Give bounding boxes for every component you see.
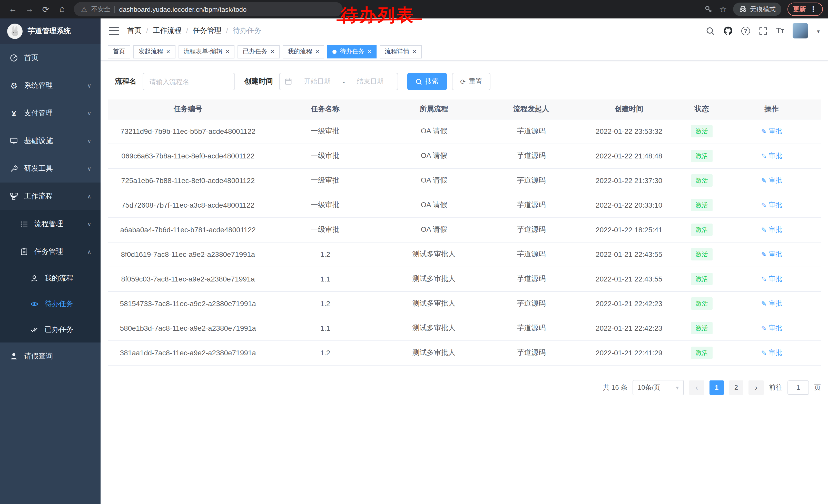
table-row: 73211d9d-7b9b-11ec-b5b7-acde48001122 一级审… (108, 119, 821, 144)
table-row: 725a1eb6-7b88-11ec-8ef0-acde48001122 一级审… (108, 168, 821, 193)
breadcrumb: 首页 工作流程 任务管理 待办任务 (127, 26, 261, 35)
approve-link[interactable]: 审批 (761, 250, 782, 259)
approve-link-label: 审批 (769, 299, 782, 308)
sidebar-item-label: 工作流程 (24, 192, 53, 201)
goto-page-input[interactable] (787, 380, 809, 395)
browser-back-icon[interactable] (5, 2, 20, 16)
close-icon[interactable] (225, 48, 229, 55)
tab-home[interactable]: 首页 (108, 45, 130, 58)
chevron-down-icon (87, 82, 91, 89)
avatar-caret-icon[interactable] (817, 26, 820, 35)
browser-update-button[interactable]: 更新 (787, 3, 823, 16)
approve-link[interactable]: 审批 (761, 200, 782, 210)
tab-todo-task[interactable]: 待办任务 (328, 45, 377, 58)
sidebar-logo[interactable]: 芋道管理系统 (0, 18, 100, 44)
browser-menu-icon[interactable] (810, 5, 817, 14)
search-icon[interactable] (706, 27, 714, 35)
approve-link[interactable]: 审批 (761, 176, 782, 185)
close-icon[interactable] (271, 48, 274, 55)
sidebar-item-system[interactable]: 系统管理 (0, 72, 100, 99)
browser-forward-icon[interactable] (22, 2, 37, 16)
browser-reload-icon[interactable] (38, 2, 53, 16)
bookmark-star-icon[interactable] (719, 4, 727, 15)
create-time-cell: 2022-01-21 22:42:23 (595, 324, 662, 332)
reset-button[interactable]: 重置 (452, 73, 490, 90)
breadcrumb-workflow[interactable]: 工作流程 (153, 26, 181, 35)
edit-icon (761, 201, 767, 209)
font-size-icon[interactable] (776, 26, 784, 35)
close-icon[interactable] (316, 48, 319, 55)
sidebar-item-workflow[interactable]: 工作流程 (0, 183, 100, 210)
create-time-cell: 2022-01-22 21:37:30 (595, 176, 662, 185)
close-icon[interactable] (368, 48, 371, 55)
close-icon[interactable] (412, 48, 416, 55)
sidebar-item-infrastructure[interactable]: 基础设施 (0, 127, 100, 155)
close-icon[interactable] (166, 48, 170, 55)
table-row: 8f059c03-7ac8-11ec-a9e2-a2380e71991a 1.1… (108, 267, 821, 291)
tab-done-task[interactable]: 已办任务 (238, 45, 279, 58)
sidebar-item-done-task[interactable]: 已办任务 (0, 317, 100, 342)
browser-home-icon[interactable] (54, 2, 70, 16)
sidebar-item-todo-task[interactable]: 待办任务 (0, 291, 100, 317)
sidebar-toggle-icon[interactable] (109, 27, 119, 35)
process-name-input[interactable] (142, 73, 235, 90)
next-icon (755, 383, 757, 392)
task-name-cell: 1.1 (320, 324, 330, 332)
tab-my-process[interactable]: 我的流程 (283, 45, 325, 58)
approve-link[interactable]: 审批 (761, 274, 782, 283)
sidebar-item-devtools[interactable]: 研发工具 (0, 155, 100, 183)
approve-link[interactable]: 审批 (761, 225, 782, 234)
table-body: 73211d9d-7b9b-11ec-b5b7-acde48001122 一级审… (108, 119, 821, 365)
clipboard-icon (19, 248, 29, 256)
create-time-range-picker[interactable]: 开始日期 - 结束日期 (279, 73, 398, 90)
page-number-1[interactable]: 1 (709, 380, 724, 395)
breadcrumb-home[interactable]: 首页 (127, 26, 141, 35)
pagination-total: 共 16 条 (603, 383, 627, 392)
search-button[interactable]: 搜索 (407, 73, 447, 90)
sidebar-item-payment[interactable]: 支付管理 (0, 99, 100, 127)
process-cell: 测试多审批人 (412, 324, 456, 332)
approve-link[interactable]: 审批 (761, 151, 782, 161)
task-name-cell: 一级审批 (311, 176, 340, 184)
approve-link[interactable]: 审批 (761, 127, 782, 136)
task-id-cell: 75d72608-7b7f-11ec-a3c8-acde48001122 (121, 201, 254, 209)
sidebar-item-task-management[interactable]: 任务管理 (0, 238, 100, 266)
annotation-text: 待办列表 (341, 5, 415, 25)
address-bar[interactable]: 不安全 dashboard.yudao.iocoder.cn/bpm/task/… (74, 2, 343, 16)
process-cell: 测试多审批人 (412, 299, 456, 307)
avatar[interactable] (793, 23, 808, 39)
sidebar-item-my-process[interactable]: 我的流程 (0, 266, 100, 291)
page-size-select[interactable]: 10条/页 (632, 380, 684, 395)
approve-link[interactable]: 审批 (761, 299, 782, 308)
create-time-cell: 2022-01-22 21:48:48 (595, 152, 662, 160)
incognito-badge[interactable]: 无痕模式 (733, 3, 781, 16)
github-icon[interactable] (723, 26, 732, 35)
prev-page-button[interactable] (689, 380, 704, 395)
tab-start-process[interactable]: 发起流程 (133, 45, 175, 58)
status-badge: 激活 (691, 347, 713, 359)
sidebar-item-label: 首页 (24, 53, 38, 62)
approve-link[interactable]: 审批 (761, 348, 782, 357)
task-name-cell: 1.2 (320, 349, 330, 357)
tab-process-form-edit[interactable]: 流程表单-编辑 (178, 45, 235, 58)
sidebar-item-process-management[interactable]: 流程管理 (0, 210, 100, 238)
task-id-cell: 58154733-7ac8-11ec-a9e2-a2380e71991a (120, 300, 256, 308)
user-icon (30, 274, 39, 282)
status-badge: 激活 (691, 199, 713, 211)
password-key-icon[interactable] (704, 5, 713, 13)
tools-icon (9, 165, 18, 173)
help-icon[interactable] (741, 27, 750, 35)
fullscreen-icon[interactable] (758, 27, 767, 35)
next-page-button[interactable] (748, 380, 764, 395)
sidebar-item-home[interactable]: 首页 (0, 44, 100, 72)
tab-label: 流程表单-编辑 (183, 47, 222, 56)
process-name-label: 流程名 (115, 77, 136, 86)
page-number-2[interactable]: 2 (729, 380, 743, 395)
approve-link[interactable]: 审批 (761, 324, 782, 333)
starter-cell: 芋道源码 (517, 348, 546, 356)
breadcrumb-task-management[interactable]: 任务管理 (193, 26, 222, 35)
approve-link-label: 审批 (769, 225, 782, 234)
tab-process-detail[interactable]: 流程详情 (380, 45, 421, 58)
pagination: 共 16 条 10条/页 1 2 前往 页 (108, 380, 821, 395)
sidebar-item-leave-query[interactable]: 请假查询 (0, 342, 100, 370)
